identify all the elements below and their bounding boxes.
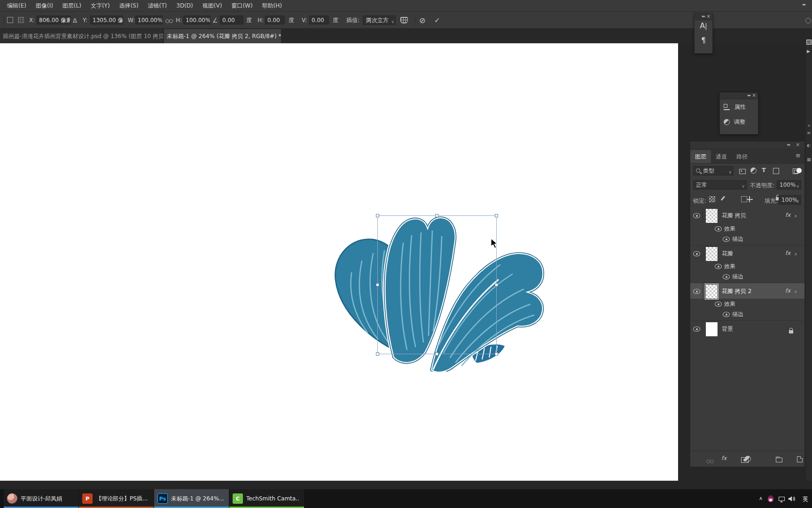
fx-badge[interactable]: fx (785, 212, 790, 218)
menu-window[interactable]: 窗口(W) (227, 0, 257, 11)
v-skew-field[interactable]: 0.00 (309, 16, 329, 24)
layer-row[interactable]: 花瓣 fx ∧ (690, 245, 804, 261)
background-layer-row[interactable]: 背景 (690, 320, 804, 336)
fx-badge[interactable]: fx (785, 250, 790, 256)
overflow-expand-icon[interactable]: ▸▸ (803, 2, 805, 7)
menu-type[interactable]: 文字(Y) (86, 0, 114, 11)
paragraph-panel-icon[interactable]: ¶ (695, 36, 712, 45)
transform-bounding-box[interactable] (377, 215, 497, 354)
workspace-switcher-icon[interactable] (805, 18, 811, 24)
transform-handle-bottom-left[interactable] (376, 352, 379, 356)
add-adjustment-layer-icon[interactable] (745, 456, 751, 462)
menu-view[interactable]: 视图(V) (198, 0, 226, 11)
close-icon[interactable]: × (796, 142, 800, 147)
menu-filter[interactable]: 滤镜(T) (144, 0, 172, 11)
menu-3d[interactable]: 3D(D) (172, 1, 197, 10)
tab-channels[interactable]: 通道 (711, 150, 732, 163)
interpolation-select[interactable]: 两次立方∨ (363, 16, 396, 25)
collapse-dock-icon[interactable]: ◂◂ (787, 143, 789, 147)
filter-pixel-layers-icon[interactable] (739, 169, 746, 174)
transform-handle-top-right[interactable] (495, 214, 498, 217)
document-tab-active[interactable]: 未标题-1 @ 264% (花瓣 拷贝 2, RGB/8#) *× (164, 29, 281, 43)
adjustments-panel-button[interactable]: 调整 (724, 118, 745, 126)
lock-pixels-icon[interactable] (721, 196, 725, 200)
menu-select[interactable]: 选择(S) (115, 0, 143, 11)
expand-panel-icon[interactable]: ▸▸ (702, 14, 705, 18)
close-icon[interactable]: × (752, 93, 756, 98)
visibility-cell[interactable] (690, 207, 703, 223)
opacity-field[interactable]: 100% ∨ (777, 180, 801, 190)
commit-transform-button[interactable]: ✓ (434, 12, 440, 29)
tab-paths[interactable]: 路径 (732, 150, 752, 163)
taskbar-item-chat[interactable]: 平面设计-邱凤娟 (4, 489, 78, 508)
h-skew-field[interactable]: 0.00 (265, 16, 285, 24)
lock-artboard-icon[interactable] (741, 196, 747, 202)
relative-position-icon[interactable]: Δ (73, 12, 77, 29)
x-position-field[interactable]: 806.00 像素 (37, 16, 70, 24)
character-panel-icon[interactable]: A| (695, 21, 712, 30)
taskbar-item-camtasia[interactable]: C TechSmith Camta... (229, 489, 304, 508)
transform-handle-top-center[interactable] (435, 214, 438, 217)
panel-menu-icon[interactable]: ≡ (796, 152, 801, 159)
close-icon[interactable]: × (807, 123, 811, 128)
stroke-effect-row[interactable]: 描边 (690, 271, 804, 282)
layer-filter-select[interactable]: 类型 ∨ (693, 166, 734, 175)
collapse-effects-icon[interactable]: ∧ (794, 214, 797, 218)
document-tab-inactive[interactable]: 插画篇-浪漫花卉插画背景素材设计.psd @ 136% (图层 10 拷贝, R… (0, 29, 164, 43)
styles-panel-icon[interactable]: ▦ (807, 157, 811, 162)
filter-type-layers-icon[interactable]: T (762, 167, 766, 174)
filter-adjustment-layers-icon[interactable] (750, 167, 757, 174)
effects-row[interactable]: 效果 (690, 223, 804, 234)
transform-handle-middle-left[interactable] (376, 283, 379, 286)
add-layer-style-icon[interactable]: fx (721, 455, 726, 461)
lock-position-icon[interactable] (747, 196, 753, 202)
layer-thumbnail[interactable] (705, 284, 718, 299)
network-icon[interactable] (779, 497, 785, 501)
volume-icon[interactable] (788, 496, 795, 502)
taskbar-item-photoshop[interactable]: Ps 未标题-1 @ 264%... (154, 489, 229, 508)
stroke-effect-row[interactable]: 描边 (690, 234, 804, 244)
layer-thumbnail[interactable] (705, 246, 718, 262)
fill-field[interactable]: 100% ∨ (779, 195, 801, 205)
eye-icon[interactable] (723, 237, 730, 242)
layer-thumbnail[interactable] (705, 208, 718, 223)
actions-panel-icon[interactable]: ▶ (807, 49, 810, 54)
properties-panel-button[interactable]: 属性 (724, 103, 746, 111)
angle-field[interactable]: 0.00 (220, 16, 243, 24)
cancel-transform-button[interactable]: ⊘ (419, 12, 425, 29)
stroke-effect-row[interactable]: 描边 (690, 309, 804, 319)
warp-mode-icon[interactable] (400, 17, 408, 24)
lock-transparency-icon[interactable] (709, 196, 715, 202)
transform-handle-top-left[interactable] (376, 214, 379, 217)
eye-icon[interactable] (693, 213, 700, 218)
link-layers-icon[interactable] (706, 460, 714, 464)
effects-row[interactable]: 效果 (690, 261, 804, 271)
layer-row-selected[interactable]: 花瓣 拷贝 2 fx ∧ (690, 283, 804, 299)
reference-point-icon[interactable] (18, 17, 24, 23)
menu-help[interactable]: 帮助(H) (258, 0, 286, 11)
visibility-cell[interactable] (690, 283, 703, 299)
swatches-panel-icon[interactable] (806, 40, 812, 45)
layer-thumbnail[interactable] (705, 322, 718, 337)
layer-row[interactable]: 花瓣 拷贝 fx ∧ (690, 207, 804, 223)
fx-badge[interactable]: fx (785, 287, 790, 294)
transform-handle-bottom-center[interactable] (435, 352, 438, 356)
transform-handle-middle-right[interactable] (495, 283, 498, 286)
eye-icon[interactable] (723, 312, 730, 317)
effects-row[interactable]: 效果 (690, 299, 804, 309)
eye-icon[interactable] (715, 302, 722, 307)
eye-icon[interactable] (715, 226, 722, 231)
eye-icon[interactable] (693, 289, 700, 294)
menu-layer[interactable]: 图层(L) (58, 0, 86, 11)
collapse-effects-icon[interactable]: ∧ (794, 289, 797, 294)
tab-layers[interactable]: 图层 (690, 150, 711, 163)
qq-tray-icon[interactable] (768, 495, 773, 502)
link-dimensions-icon[interactable] (165, 19, 173, 24)
panel-menu-icon[interactable]: ≡ (807, 130, 811, 135)
eye-icon[interactable] (715, 264, 722, 269)
adjustments-panel-icon[interactable]: ◐ (807, 143, 811, 148)
visibility-cell[interactable] (690, 321, 703, 336)
collapse-effects-icon[interactable]: ∧ (794, 252, 797, 256)
new-layer-icon[interactable] (797, 456, 803, 462)
taskbar-item-powerpoint[interactable]: P 【理论部分】PS插... (79, 489, 154, 508)
